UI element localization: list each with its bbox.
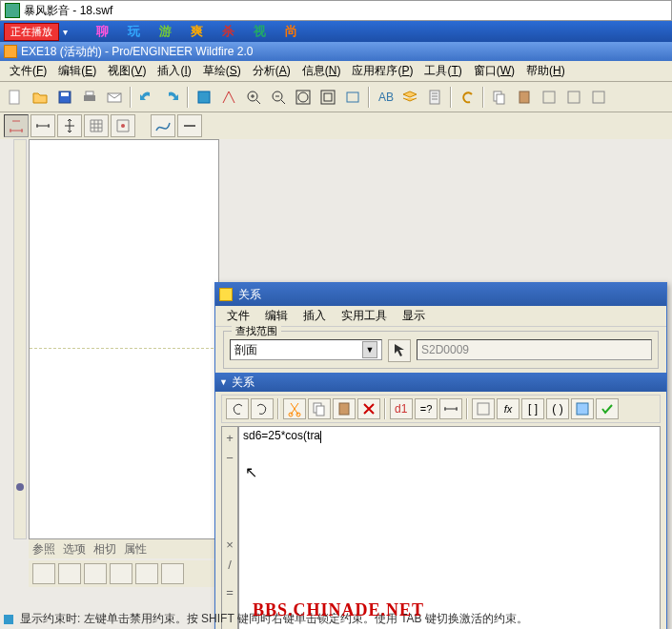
relations-section-header[interactable]: ▼ 关系 — [215, 373, 666, 392]
paste-icon[interactable] — [513, 86, 536, 109]
nav-link-3[interactable]: 爽 — [191, 23, 203, 40]
layers-icon[interactable] — [398, 86, 421, 109]
pick-icon[interactable] — [388, 339, 411, 362]
dropdown-caret-icon[interactable]: ▾ — [63, 27, 68, 37]
nav-link-1[interactable]: 玩 — [128, 23, 140, 40]
refit-icon[interactable] — [316, 86, 339, 109]
gutter-times-icon[interactable]: × — [226, 538, 234, 552]
svg-rect-20 — [568, 91, 580, 103]
scope-combo[interactable]: 剖面 ▼ — [230, 339, 382, 360]
gutter-div-icon[interactable]: / — [228, 558, 232, 572]
model-tree-icon[interactable] — [423, 86, 446, 109]
rel-dim-icon[interactable] — [439, 398, 462, 419]
menu-analysis[interactable]: 分析(A) — [247, 61, 296, 81]
rel-delete-icon[interactable] — [357, 398, 380, 419]
datum-display-icon[interactable]: AB — [374, 86, 397, 109]
repaint-icon[interactable] — [341, 86, 364, 109]
nav-link-6[interactable]: 尚 — [285, 23, 297, 40]
db-btn1-icon[interactable] — [32, 563, 55, 584]
menu-view[interactable]: 视图(V) — [102, 61, 152, 81]
rel-cut-icon[interactable] — [283, 398, 306, 419]
menu-sketch[interactable]: 草绘(S) — [197, 61, 247, 81]
dimension-icon[interactable] — [4, 114, 29, 137]
dlg-menu-insert[interactable]: 插入 — [297, 306, 332, 326]
gutter-minus-icon[interactable]: − — [226, 451, 234, 465]
db-btn6-icon[interactable] — [161, 563, 184, 584]
dialog-title: 关系 — [238, 287, 261, 303]
nav-link-5[interactable]: 视 — [254, 23, 266, 40]
undo-arrow-icon[interactable] — [456, 86, 479, 109]
rel-redo-icon[interactable] — [251, 398, 274, 419]
rel-func-icon[interactable]: fx — [497, 398, 519, 419]
rel-undo-icon[interactable] — [226, 398, 249, 419]
rel-check-icon[interactable] — [571, 398, 594, 419]
redo-icon[interactable] — [160, 86, 183, 109]
db-btn2-icon[interactable] — [58, 563, 81, 584]
dashboard-tabs: 参照 选项 相切 属性 — [29, 539, 219, 558]
rel-paste-icon[interactable] — [333, 398, 356, 419]
relations-editor[interactable]: sd6=25*cos(tra ↖ — [239, 427, 660, 629]
nav-link-2[interactable]: 游 — [159, 23, 172, 40]
vert-dim-icon[interactable] — [57, 114, 82, 137]
regen-icon[interactable] — [193, 86, 215, 109]
snap-icon[interactable] — [111, 114, 135, 137]
rel-copy-icon[interactable] — [308, 398, 331, 419]
menu-insert[interactable]: 插入(I) — [152, 61, 196, 81]
print-icon[interactable] — [78, 86, 101, 109]
rel-verify-icon[interactable] — [596, 398, 619, 419]
tab-props[interactable]: 属性 — [124, 541, 147, 558]
undo-icon[interactable] — [135, 86, 158, 109]
zoom-fit-icon[interactable] — [292, 86, 315, 109]
menu-application[interactable]: 应用程序(P) — [346, 61, 418, 81]
line-icon[interactable] — [177, 114, 202, 137]
menu-file[interactable]: 文件(F) — [4, 61, 52, 81]
db-btn3-icon[interactable] — [84, 563, 107, 584]
nav-link-0[interactable]: 聊 — [96, 23, 109, 40]
gutter-eq-icon[interactable]: = — [226, 585, 234, 599]
sketch-orient-icon[interactable] — [217, 86, 240, 109]
gutter-plus-icon[interactable]: + — [226, 431, 234, 445]
dlg-menu-edit[interactable]: 编辑 — [259, 306, 294, 326]
dialog-titlebar[interactable]: 关系 — [215, 283, 666, 306]
menu-tools[interactable]: 工具(T) — [418, 61, 467, 81]
copy-icon[interactable] — [488, 86, 511, 109]
grid-icon[interactable] — [84, 114, 109, 137]
menu-edit[interactable]: 编辑(E) — [52, 61, 102, 81]
rel-eval-icon[interactable]: =? — [415, 398, 438, 419]
open-icon[interactable] — [29, 86, 51, 109]
handle-icon[interactable] — [16, 483, 24, 491]
spline-icon[interactable] — [151, 114, 175, 137]
nav-link-4[interactable]: 杀 — [222, 23, 234, 40]
menu-info[interactable]: 信息(N) — [296, 61, 347, 81]
more1-icon[interactable] — [562, 86, 585, 109]
chevron-down-icon[interactable]: ▼ — [362, 341, 377, 358]
save-icon[interactable] — [53, 86, 76, 109]
more2-icon[interactable] — [587, 86, 610, 109]
now-playing-badge[interactable]: 正在播放 — [4, 23, 59, 41]
zoom-in-icon[interactable] — [242, 86, 265, 109]
db-btn5-icon[interactable] — [135, 563, 158, 584]
cut2-icon[interactable] — [538, 86, 560, 109]
outer-window-title: 暴风影音 - 18.swf — [24, 3, 112, 19]
zoom-out-icon[interactable] — [267, 86, 290, 109]
db-btn4-icon[interactable] — [110, 563, 132, 584]
menu-window[interactable]: 窗口(W) — [468, 61, 520, 81]
new-icon[interactable] — [4, 86, 27, 109]
watermark-text: BBS.CHINADE.NET — [253, 600, 424, 620]
horiz-dim-icon[interactable] — [31, 114, 55, 137]
dlg-menu-util[interactable]: 实用工具 — [336, 306, 393, 326]
dlg-menu-file[interactable]: 文件 — [221, 306, 255, 326]
rel-units-icon[interactable]: d1 — [390, 398, 413, 419]
rel-sort-icon[interactable] — [472, 398, 495, 419]
tab-opts[interactable]: 选项 — [63, 541, 86, 558]
rel-bracket2-icon[interactable]: ( ) — [546, 398, 569, 419]
menu-help[interactable]: 帮助(H) — [520, 61, 571, 81]
object-id-field[interactable]: S2D0009 — [417, 339, 652, 360]
rel-bracket1-icon[interactable]: [ ] — [521, 398, 544, 419]
tab-tan[interactable]: 相切 — [93, 541, 116, 558]
tab-ref[interactable]: 参照 — [32, 541, 55, 558]
dlg-menu-show[interactable]: 显示 — [397, 306, 431, 326]
collapse-caret-icon[interactable]: ▼ — [219, 377, 228, 387]
sketch-canvas[interactable] — [29, 139, 219, 539]
mail-icon[interactable] — [103, 86, 126, 109]
